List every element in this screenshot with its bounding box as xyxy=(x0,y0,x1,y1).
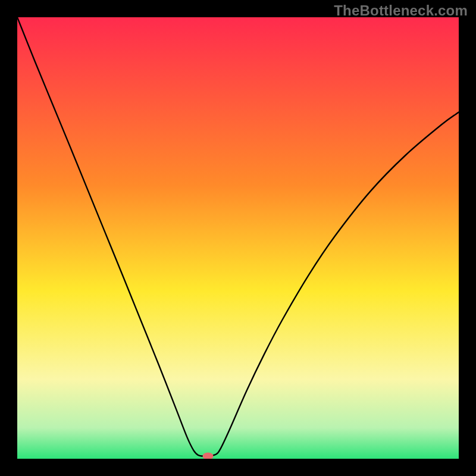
gradient-background xyxy=(17,17,459,459)
chart-frame: TheBottleneck.com xyxy=(0,0,476,476)
watermark-text: TheBottleneck.com xyxy=(334,2,468,19)
bottleneck-chart xyxy=(17,17,459,459)
